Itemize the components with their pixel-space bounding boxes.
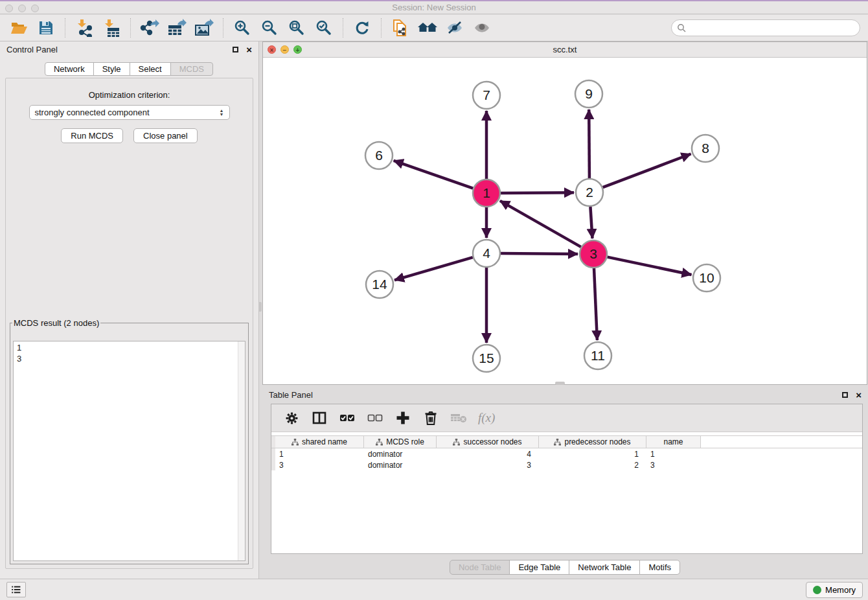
- clear-selection-button[interactable]: [367, 410, 383, 426]
- cell-predecessor-nodes[interactable]: 2: [539, 459, 646, 470]
- cell-mcds-role[interactable]: dominator: [364, 459, 437, 470]
- graph-edge-4-14[interactable]: [394, 257, 473, 280]
- graph-edge-4-3[interactable]: [501, 253, 578, 254]
- graph-edge-3-1[interactable]: [500, 201, 581, 247]
- float-panel-icon[interactable]: [842, 392, 848, 398]
- select-stepper-icon: ▲▼: [220, 109, 224, 117]
- tab-select[interactable]: Select: [130, 62, 171, 76]
- cell-successor-nodes[interactable]: 4: [437, 448, 539, 459]
- tab-network-table[interactable]: Network Table: [569, 560, 640, 575]
- open-session-button[interactable]: [8, 17, 29, 38]
- main-toolbar: [0, 15, 868, 41]
- export-network-button[interactable]: [139, 17, 160, 38]
- network-view-window: × − + scc.txt 7968124314101511: [262, 41, 867, 385]
- search-box[interactable]: [671, 19, 860, 36]
- graph-edge-2-3[interactable]: [590, 207, 592, 238]
- graph-node-label: 11: [591, 348, 605, 363]
- columns-icon: [312, 411, 326, 425]
- tab-style[interactable]: Style: [93, 62, 130, 76]
- run-mcds-button[interactable]: Run MCDS: [61, 128, 123, 143]
- zoom-fit-icon: [288, 19, 305, 36]
- graph-edge-3-11[interactable]: [594, 268, 597, 340]
- column-header-successor-nodes[interactable]: successor nodes: [437, 436, 539, 448]
- close-panel-icon[interactable]: ×: [246, 45, 252, 54]
- table-row[interactable]: 1 dominator 4 1 1: [271, 448, 862, 459]
- toolbar-separator: [223, 18, 223, 38]
- show-column-panel-button[interactable]: [311, 410, 328, 426]
- cell-predecessor-nodes[interactable]: 1: [539, 448, 646, 459]
- column-header-shared-name[interactable]: shared name: [275, 436, 364, 448]
- delete-table-icon: [450, 411, 467, 424]
- optimization-criterion-label: Optimization criterion:: [6, 90, 253, 100]
- task-history-button[interactable]: [6, 582, 26, 597]
- zoom-selected-icon: [315, 19, 332, 36]
- tab-node-table[interactable]: Node Table: [450, 560, 510, 575]
- control-panel-tabs: Network Style Select MCDS: [0, 62, 258, 76]
- tab-network[interactable]: Network: [45, 62, 94, 76]
- cell-shared-name[interactable]: 3: [275, 459, 364, 470]
- graph-node-label: 9: [585, 86, 593, 101]
- select-all-button[interactable]: [339, 410, 356, 426]
- import-table-button[interactable]: [101, 17, 122, 38]
- hierarchy-icon: [453, 439, 460, 446]
- search-input[interactable]: [686, 23, 854, 34]
- graph-edge-1-2[interactable]: [501, 192, 574, 193]
- network-window-titlebar[interactable]: × − + scc.txt: [263, 42, 867, 58]
- clone-network-button[interactable]: [390, 17, 411, 38]
- delete-table-button-disabled: [450, 410, 467, 426]
- mcds-result-group: MCDS result (2 nodes) 1 3: [10, 318, 249, 564]
- import-network-button[interactable]: [74, 17, 95, 38]
- column-header-name[interactable]: name: [646, 436, 701, 448]
- splitter-handle[interactable]: [258, 302, 262, 312]
- cell-name[interactable]: 1: [646, 448, 701, 459]
- open-folder-icon: [10, 20, 28, 36]
- tab-motifs[interactable]: Motifs: [639, 560, 680, 575]
- trash-icon: [423, 410, 439, 426]
- cell-shared-name[interactable]: 1: [275, 448, 364, 459]
- import-table-icon: [102, 19, 120, 37]
- close-panel-icon[interactable]: ×: [856, 390, 862, 400]
- cell-successor-nodes[interactable]: 3: [437, 459, 539, 470]
- network-canvas[interactable]: 7968124314101511: [263, 58, 867, 384]
- create-column-button[interactable]: [394, 410, 411, 426]
- cell-name[interactable]: 3: [646, 459, 701, 470]
- graph-edge-3-10[interactable]: [608, 257, 692, 275]
- zoom-fit-button[interactable]: [286, 17, 307, 38]
- column-header-mcds-role[interactable]: MCDS role: [364, 436, 437, 448]
- control-panel-header: Control Panel ×: [0, 41, 258, 57]
- table-options-button[interactable]: [283, 410, 300, 426]
- unchecked-boxes-icon: [367, 411, 383, 425]
- cell-mcds-role[interactable]: dominator: [364, 448, 437, 459]
- zoom-out-button[interactable]: [259, 17, 280, 38]
- show-all-button[interactable]: [472, 17, 492, 38]
- node-table-body: f(x) shared name MCDS role successor nod…: [271, 404, 863, 554]
- splitter-handle[interactable]: [555, 382, 565, 385]
- mcds-result-text[interactable]: 1 3: [13, 341, 246, 561]
- graph-node-label: 7: [483, 87, 490, 102]
- result-scrollbar[interactable]: [238, 341, 245, 560]
- graph-edge-2-8[interactable]: [603, 154, 691, 188]
- table-tabs: Node Table Edge Table Network Table Moti…: [262, 560, 868, 575]
- table-row[interactable]: 3 dominator 3 2 3: [271, 459, 862, 470]
- graph-edge-2-9[interactable]: [589, 110, 589, 178]
- zoom-in-button[interactable]: [232, 17, 253, 38]
- float-panel-icon[interactable]: [233, 47, 238, 52]
- column-header-predecessor-nodes[interactable]: predecessor nodes: [539, 436, 646, 448]
- memory-button[interactable]: Memory: [806, 582, 863, 598]
- export-image-button[interactable]: [194, 17, 214, 38]
- tab-edge-table[interactable]: Edge Table: [509, 560, 569, 575]
- delete-columns-button[interactable]: [422, 410, 439, 426]
- column-label: name: [663, 437, 683, 446]
- criterion-select[interactable]: strongly connected component ▲▼: [29, 105, 230, 120]
- hide-selected-button[interactable]: [444, 17, 465, 38]
- close-panel-button[interactable]: Close panel: [133, 128, 198, 143]
- houses-button[interactable]: [417, 17, 438, 38]
- zoom-selected-button[interactable]: [314, 17, 334, 38]
- toolbar-separator: [65, 18, 65, 38]
- save-session-button[interactable]: [36, 17, 56, 38]
- refresh-button[interactable]: [352, 17, 372, 38]
- graph-node-label: 2: [586, 185, 593, 200]
- graph-edge-1-6[interactable]: [394, 161, 474, 189]
- tab-mcds[interactable]: MCDS: [170, 62, 213, 76]
- export-table-button[interactable]: [166, 17, 187, 38]
